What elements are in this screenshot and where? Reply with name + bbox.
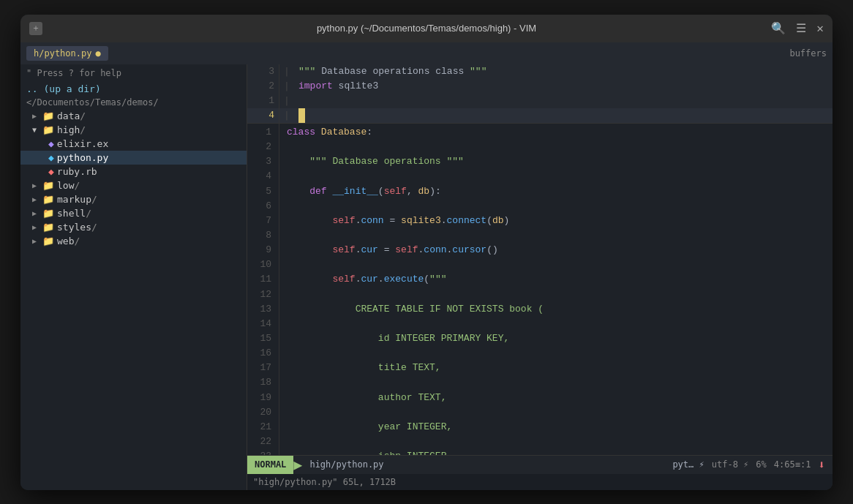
tab-bar: h/python.py ● buffers xyxy=(20,42,833,64)
code-line-3: def __init__(self, db): xyxy=(287,184,825,199)
folder-web-label: web xyxy=(57,236,74,247)
chevron-right-icon: ▶ xyxy=(32,223,40,231)
cwd-label: </Documentos/Temas/demos/ xyxy=(20,96,247,109)
top-line-3: 3 | """ Database operations class """ xyxy=(247,64,833,79)
folder-icon: 📁 xyxy=(42,194,54,205)
code-editor[interactable]: 3 | """ Database operations class """ 2 … xyxy=(247,64,833,490)
window-title: python.py (~/Documentos/Temas/demos/high… xyxy=(317,23,536,34)
chevron-down-icon: ▼ xyxy=(32,126,40,134)
cursor-position-label: 4:65≡:1 xyxy=(774,459,811,470)
sidebar-item-ruby[interactable]: ◆ ruby.rb xyxy=(20,165,247,178)
code-line-1: class Database: xyxy=(287,125,825,140)
line-numbers-gutter: 1 2 3 4 5 6 7 8 9 10 11 12 13 14 15 16 1 xyxy=(247,124,279,454)
file-python-label: python.py xyxy=(57,152,108,163)
close-icon[interactable]: ✕ xyxy=(816,21,824,35)
tab-label: h/python.py xyxy=(34,48,91,59)
code-line-8: id INTEGER PRIMARY KEY, xyxy=(287,331,825,346)
filetype-label: pyt… ⚡ xyxy=(672,459,704,470)
code-line-12: isbn INTEGER xyxy=(287,449,825,454)
buffers-label: buffers xyxy=(789,48,827,59)
vim-command-line: "high/python.py" 65L, 1712B xyxy=(247,474,833,490)
file-ruby-label: ruby.rb xyxy=(57,166,97,177)
new-tab-button[interactable]: ＋ xyxy=(29,22,42,35)
file-elixir-label: elixir.ex xyxy=(57,138,108,149)
folder-high-label: high xyxy=(57,124,80,135)
folder-low-slash: / xyxy=(74,180,80,191)
menu-icon[interactable]: ☰ xyxy=(796,21,806,35)
current-line: 4 | xyxy=(247,108,833,123)
folder-shell-label: shell xyxy=(57,208,86,219)
sidebar-item-markup[interactable]: ▶ 📁 markup / xyxy=(20,192,247,206)
file-icon-python: ◆ xyxy=(48,152,54,163)
folder-icon: 📁 xyxy=(42,222,54,233)
folder-shell-slash: / xyxy=(86,208,91,219)
file-icon-elixir: ◆ xyxy=(48,138,54,149)
chevron-right-icon: ▶ xyxy=(32,209,40,217)
folder-icon: 📁 xyxy=(42,110,54,121)
mode-arrow-icon: ▶ xyxy=(293,455,302,474)
statusbar-right: pyt… ⚡ utf-8 ⚡ 6% 4:65≡:1 ⬇ xyxy=(672,458,833,472)
chevron-right-icon: ▶ xyxy=(32,195,40,203)
folder-icon: 📁 xyxy=(42,236,54,247)
code-line-4: self.conn = sqlite3.connect(db) xyxy=(287,214,825,228)
chevron-right-icon: ▶ xyxy=(32,181,40,189)
vim-window: ＋ python.py (~/Documentos/Temas/demos/hi… xyxy=(20,15,833,490)
scroll-indicator: ⬇ xyxy=(818,458,825,472)
statusbar: NORMAL ▶ high/python.py pyt… ⚡ utf-8 ⚡ 6… xyxy=(247,455,833,474)
command-line-text: "high/python.py" 65L, 1712B xyxy=(253,477,396,487)
folder-data-label: data xyxy=(57,110,80,121)
sidebar-item-web[interactable]: ▶ 📁 web / xyxy=(20,234,247,248)
sidebar-item-low[interactable]: ▶ 📁 low / xyxy=(20,178,247,192)
top-line-2: 2 | import sqlite3 xyxy=(247,79,833,94)
titlebar-right: 🔍 ☰ ✕ xyxy=(771,21,824,35)
updir-label: .. (up a dir) xyxy=(26,83,101,94)
sidebar-item-python[interactable]: ◆ python.py xyxy=(20,151,247,165)
sidebar-help-text: " Press ? for help xyxy=(20,64,247,82)
folder-icon: 📁 xyxy=(42,208,54,219)
titlebar-left: ＋ xyxy=(29,22,42,35)
code-line-11: year INTEGER, xyxy=(287,420,825,435)
code-line-6: self.cur.execute(""" xyxy=(287,272,825,287)
folder-data-slash: / xyxy=(80,110,86,121)
code-scroll-area[interactable]: 1 2 3 4 5 6 7 8 9 10 11 12 13 14 15 16 1 xyxy=(247,124,833,454)
scroll-percent-label: 6% xyxy=(756,459,766,470)
folder-markup-slash: / xyxy=(91,194,97,205)
folder-styles-slash: / xyxy=(91,222,97,233)
code-line-10: author TEXT, xyxy=(287,391,825,405)
sidebar-item-styles[interactable]: ▶ 📁 styles / xyxy=(20,220,247,234)
top-context-lines: 3 | """ Database operations class """ 2 … xyxy=(247,64,833,124)
sidebar-item-data[interactable]: ▶ 📁 data / xyxy=(20,109,247,123)
folder-icon: 📁 xyxy=(42,124,54,135)
titlebar: ＋ python.py (~/Documentos/Temas/demos/hi… xyxy=(20,15,833,42)
current-file-path: high/python.py xyxy=(302,459,391,470)
encoding-label: utf-8 ⚡ xyxy=(712,459,749,470)
up-dir-item[interactable]: .. (up a dir) xyxy=(20,82,247,96)
file-tab[interactable]: h/python.py ● xyxy=(26,46,108,61)
folder-markup-label: markup xyxy=(57,194,91,205)
code-text[interactable]: class Database: """ Database operations … xyxy=(279,124,833,454)
code-line-5: self.cur = self.conn.cursor() xyxy=(287,243,825,257)
folder-styles-label: styles xyxy=(57,222,91,233)
sidebar-item-high[interactable]: ▼ 📁 high / xyxy=(20,123,247,137)
code-line-9: title TEXT, xyxy=(287,361,825,375)
sidebar-item-shell[interactable]: ▶ 📁 shell / xyxy=(20,206,247,220)
folder-icon: 📁 xyxy=(42,180,54,191)
folder-low-label: low xyxy=(57,180,74,191)
file-tree-sidebar[interactable]: " Press ? for help .. (up a dir) </Docum… xyxy=(20,64,247,490)
tab-modified-dot: ● xyxy=(95,48,100,59)
sidebar-item-elixir[interactable]: ◆ elixir.ex xyxy=(20,137,247,151)
file-icon-ruby: ◆ xyxy=(48,166,54,177)
code-line-7: CREATE TABLE IF NOT EXISTS book ( xyxy=(287,302,825,317)
chevron-right-icon: ▶ xyxy=(32,112,40,120)
code-line-2: """ Database operations """ xyxy=(287,154,825,169)
vim-mode-indicator: NORMAL xyxy=(247,456,293,474)
folder-web-slash: / xyxy=(74,236,80,247)
search-icon[interactable]: 🔍 xyxy=(771,21,786,35)
main-area: " Press ? for help .. (up a dir) </Docum… xyxy=(20,64,833,490)
folder-high-slash: / xyxy=(80,124,86,135)
top-line-1: 1 | xyxy=(247,94,833,108)
chevron-right-icon: ▶ xyxy=(32,237,40,245)
cursor xyxy=(298,108,305,123)
